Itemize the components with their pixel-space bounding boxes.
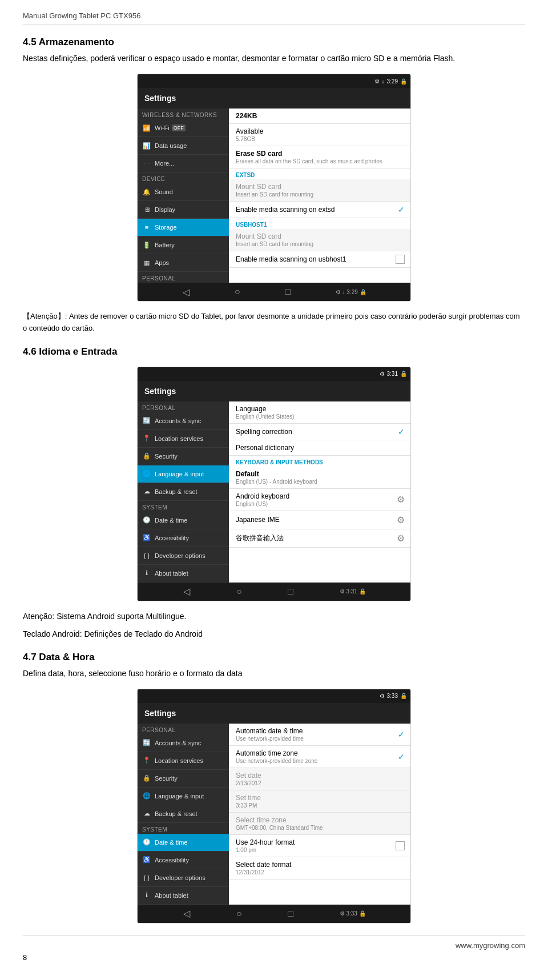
right-mount-usbhost: Mount SD card Insert an SD card for moun… xyxy=(229,229,411,251)
footer: www.mygrowing.com xyxy=(23,935,525,950)
right-android-keyboard[interactable]: Android keyboard English (US) ⚙ xyxy=(229,489,411,511)
statusbar-3: ⚙ 3:33 🔒 xyxy=(138,689,411,703)
menu-data-usage[interactable]: 📊 Data usage xyxy=(138,137,229,155)
menu-security-3[interactable]: 🔒 Security xyxy=(138,770,229,788)
right-auto-timezone[interactable]: Automatic time zone Use network-provided… xyxy=(229,746,411,768)
time-1: 3:29 xyxy=(387,78,398,85)
right-section-keyboard: KEYBOARD & INPUT METHODS xyxy=(229,456,411,467)
navbar-3: ◁ ○ □ ⚙ 3:33 🔒 xyxy=(138,905,411,923)
time-2: 3:31 xyxy=(387,371,398,377)
section-device: DEVICE xyxy=(138,172,229,183)
right-available: Available 5.78GB xyxy=(229,124,411,146)
settings-gear-chinese[interactable]: ⚙ xyxy=(397,533,405,544)
statusbar-1: ⚙ ↓ 3:29 🔒 xyxy=(138,74,411,88)
status-icons-2: ⚙ 3:31 🔒 xyxy=(380,371,407,377)
settings-gear-android[interactable]: ⚙ xyxy=(397,494,405,505)
right-language[interactable]: Language English (United States) xyxy=(229,401,411,424)
settings-icon: ⚙ xyxy=(374,78,380,85)
right-enable-extsd[interactable]: Enable media scanning on extsd ✓ xyxy=(229,202,411,218)
menu-more[interactable]: ⋯ More... xyxy=(138,155,229,172)
screenshot-storage: ⚙ ↓ 3:29 🔒 Settings WIRELESS & NETWORKS … xyxy=(137,74,411,302)
menu-about-2[interactable]: ℹ About tablet xyxy=(138,565,229,583)
menu-backup[interactable]: ☁ Backup & reset xyxy=(138,483,229,501)
back-btn[interactable]: ◁ xyxy=(183,287,190,298)
menu-accessibility-2[interactable]: ♿ Accessibility xyxy=(138,529,229,547)
menu-wifi[interactable]: 📶 Wi-Fi OFF xyxy=(138,119,229,137)
right-auto-datetime[interactable]: Automatic date & time Use network-provid… xyxy=(229,724,411,746)
back-btn-2[interactable]: ◁ xyxy=(183,586,190,597)
more-icon: ⋯ xyxy=(142,159,151,168)
language-icon: 🌐 xyxy=(142,469,151,479)
statusbar-icons-bottom-3: ⚙ 3:33 🔒 xyxy=(340,910,366,917)
menu-display[interactable]: 🖥 Display xyxy=(138,201,229,219)
display-icon: 🖥 xyxy=(142,205,151,214)
menu-datetime-3[interactable]: 🕐 Date & time xyxy=(138,834,229,852)
right-date-format[interactable]: Select date format 12/31/2012 xyxy=(229,857,411,879)
recent-btn-3[interactable]: □ xyxy=(288,909,293,919)
menu-developer-3[interactable]: { } Developer options xyxy=(138,869,229,887)
settings-layout-3: PERSONAL 🔄 Accounts & sync 📍 Location se… xyxy=(138,724,411,905)
right-default-keyboard[interactable]: Default English (US) - Android keyboard xyxy=(229,467,411,489)
settings-left-3: PERSONAL 🔄 Accounts & sync 📍 Location se… xyxy=(138,724,229,905)
settings-gear-japanese[interactable]: ⚙ xyxy=(397,515,405,525)
android-screen-2: ⚙ 3:31 🔒 Settings PERSONAL 🔄 Accounts & … xyxy=(138,367,411,601)
home-btn[interactable]: ○ xyxy=(235,287,240,297)
menu-accessibility-3[interactable]: ♿ Accessibility xyxy=(138,852,229,869)
right-section-usbhost1: USBHOST1 xyxy=(229,218,411,229)
navbar-2: ◁ ○ □ ⚙ 3:31 🔒 xyxy=(138,583,411,601)
titlebar-1: Settings xyxy=(138,88,411,109)
settings-icon-2: ⚙ xyxy=(380,371,385,377)
checkbox-24hour[interactable] xyxy=(396,841,405,850)
menu-battery[interactable]: 🔋 Battery xyxy=(138,236,229,254)
time-3: 3:33 xyxy=(387,693,398,699)
menu-accounts[interactable]: 🔄 Accounts & sync xyxy=(138,412,229,430)
datetime-icon-2: 🕐 xyxy=(142,516,151,525)
menu-security-2[interactable]: 🔒 Security xyxy=(138,448,229,465)
settings-right-2: Language English (United States) Spellin… xyxy=(229,401,411,583)
right-enable-usbhost[interactable]: Enable media scanning on usbhost1 xyxy=(229,251,411,268)
right-24hour[interactable]: Use 24-hour format 1:00 pm xyxy=(229,835,411,857)
status-icons-1: ⚙ ↓ 3:29 🔒 xyxy=(374,78,407,85)
developer-icon-3: { } xyxy=(142,873,151,882)
developer-icon-2: { } xyxy=(142,551,151,560)
section-system-2: SYSTEM xyxy=(138,501,229,512)
menu-datetime-2[interactable]: 🕐 Date & time xyxy=(138,512,229,529)
home-btn-2[interactable]: ○ xyxy=(236,587,242,597)
checkbox-usbhost[interactable] xyxy=(396,255,405,264)
menu-apps[interactable]: ▦ Apps xyxy=(138,254,229,272)
right-erase-sd[interactable]: Erase SD card Erases all data on the SD … xyxy=(229,146,411,168)
menu-location-3[interactable]: 📍 Location services xyxy=(138,752,229,770)
titlebar-3: Settings xyxy=(138,703,411,724)
menu-developer-2[interactable]: { } Developer options xyxy=(138,547,229,565)
security-icon-2: 🔒 xyxy=(142,452,151,461)
menu-sound[interactable]: 🔔 Sound xyxy=(138,183,229,201)
apps-icon: ▦ xyxy=(142,258,151,267)
menu-location-2[interactable]: 📍 Location services xyxy=(138,430,229,448)
status-icons-3: ⚙ 3:33 🔒 xyxy=(380,693,407,699)
menu-language[interactable]: 🌐 Language & input xyxy=(138,465,229,483)
android-screen-3: ⚙ 3:33 🔒 Settings PERSONAL 🔄 Accounts & … xyxy=(138,689,411,923)
accessibility-icon-2: ♿ xyxy=(142,533,151,543)
recent-btn-2[interactable]: □ xyxy=(288,587,293,597)
menu-language-3[interactable]: 🌐 Language & input xyxy=(138,788,229,805)
security-icon-3: 🔒 xyxy=(142,774,151,783)
attention-4-6: Atenção: Sistema Android suporta Multili… xyxy=(23,611,525,622)
section-4-6-title: 4.6 Idioma e Entrada xyxy=(23,346,525,358)
home-btn-3[interactable]: ○ xyxy=(236,909,242,919)
right-chinese-ime[interactable]: 谷歌拼音输入法 ⚙ xyxy=(229,529,411,548)
menu-accounts-3[interactable]: 🔄 Accounts & sync xyxy=(138,734,229,752)
right-japanese-ime[interactable]: Japanese IME ⚙ xyxy=(229,511,411,529)
menu-about-3[interactable]: ℹ About tablet xyxy=(138,887,229,905)
right-personal-dict[interactable]: Personal dictionary xyxy=(229,440,411,456)
right-spelling[interactable]: Spelling correction ✓ xyxy=(229,424,411,440)
navbar-1: ◁ ○ □ ⚙ ↓ 3:29 🔒 xyxy=(138,283,411,301)
recent-btn[interactable]: □ xyxy=(285,287,291,297)
menu-storage[interactable]: ≡ Storage xyxy=(138,219,229,236)
settings-layout-1: WIRELESS & NETWORKS 📶 Wi-Fi OFF 📊 Data u… xyxy=(138,109,411,283)
about-icon-3: ℹ xyxy=(142,891,151,900)
settings-left-2: PERSONAL 🔄 Accounts & sync 📍 Location se… xyxy=(138,401,229,583)
back-btn-3[interactable]: ◁ xyxy=(183,908,190,919)
screenshot-language: ⚙ 3:31 🔒 Settings PERSONAL 🔄 Accounts & … xyxy=(137,367,411,601)
accounts-icon: 🔄 xyxy=(142,416,151,425)
menu-backup-3[interactable]: ☁ Backup & reset xyxy=(138,805,229,823)
